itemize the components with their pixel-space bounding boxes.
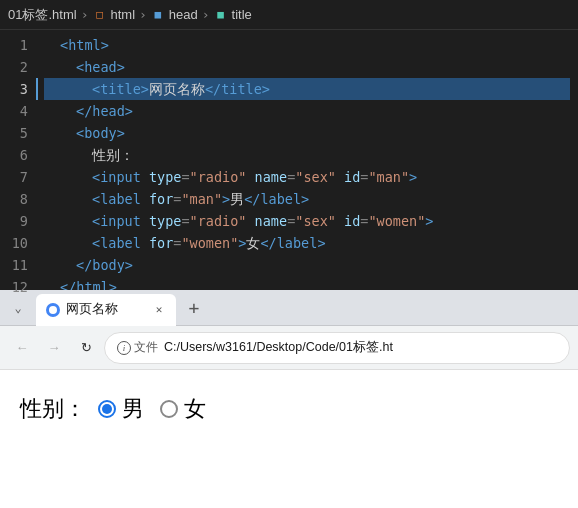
- browser-nav: ← → ↻ i 文件 C:/Users/w3161/Desktop/Code/0…: [0, 326, 578, 370]
- code-line-6: 性别：: [44, 144, 570, 166]
- breadcrumb-file[interactable]: 01标签.html: [8, 6, 77, 24]
- info-icon: i 文件: [117, 339, 158, 356]
- line-num-4: 4: [8, 100, 28, 122]
- breadcrumb: 01标签.html › □ html › ■ head › ■ title: [0, 0, 578, 30]
- breadcrumb-item-head[interactable]: ■ head: [151, 7, 198, 22]
- line-num-7: 7: [8, 166, 28, 188]
- code-line-4: </head>: [44, 100, 570, 122]
- back-button[interactable]: ←: [8, 334, 36, 362]
- breadcrumb-html-label: html: [110, 7, 135, 22]
- code-line-12: </html>: [44, 276, 570, 290]
- radio-item-man[interactable]: 男: [98, 394, 144, 424]
- gender-label: 性别：: [20, 394, 86, 424]
- code-line-5: <body>: [44, 122, 570, 144]
- radio-woman-button[interactable]: [160, 400, 178, 418]
- new-tab-button[interactable]: +: [180, 294, 208, 322]
- radio-man-button[interactable]: [98, 400, 116, 418]
- line-num-9: 9: [8, 210, 28, 232]
- code-line-3: <title>网页名称</title>: [44, 78, 570, 100]
- radio-man-label: 男: [122, 394, 144, 424]
- code-line-1: <html>: [44, 34, 570, 56]
- breadcrumb-item-title[interactable]: ■ title: [214, 7, 252, 22]
- radio-item-woman[interactable]: 女: [160, 394, 206, 424]
- page-form: 性别： 男 女: [20, 394, 558, 424]
- code-lines[interactable]: <html> <head> <title>网页名称</title> </head…: [36, 30, 578, 290]
- line-numbers: 1 2 3 4 5 6 7 8 9 10 11 12: [0, 30, 36, 290]
- info-circle: i: [117, 341, 131, 355]
- tab-close-button[interactable]: ✕: [150, 301, 168, 319]
- code-line-7: <input type="radio" name="sex" id="man">: [44, 166, 570, 188]
- line-num-2: 2: [8, 56, 28, 78]
- code-line-11: </body>: [44, 254, 570, 276]
- address-label: 文件: [134, 339, 158, 356]
- line-num-5: 5: [8, 122, 28, 144]
- tab-favicon-icon: [46, 303, 60, 317]
- browser-tabs: ⌄ 网页名称 ✕ +: [0, 290, 578, 326]
- line-num-8: 8: [8, 188, 28, 210]
- code-line-8: <label for="man">男</label>: [44, 188, 570, 210]
- address-bar[interactable]: i 文件 C:/Users/w3161/Desktop/Code/01标签.ht: [104, 332, 570, 364]
- code-line-10: <label for="women">女</label>: [44, 232, 570, 254]
- line-num-1: 1: [8, 34, 28, 56]
- address-url[interactable]: C:/Users/w3161/Desktop/Code/01标签.ht: [164, 339, 393, 356]
- tab-title: 网页名称: [66, 301, 144, 318]
- breadcrumb-sep-1: ›: [81, 7, 89, 22]
- line-num-10: 10: [8, 232, 28, 254]
- code-editor: 1 2 3 4 5 6 7 8 9 10 11 12 <html> <head>…: [0, 30, 578, 290]
- browser-content: 性别： 男 女 CSDN @wwangxu: [0, 370, 578, 508]
- browser-tab-active[interactable]: 网页名称 ✕: [36, 294, 176, 326]
- code-line-2: <head>: [44, 56, 570, 78]
- radio-group: 男 女: [98, 394, 206, 424]
- breadcrumb-sep-3: ›: [202, 7, 210, 22]
- reload-button[interactable]: ↻: [72, 334, 100, 362]
- html-icon: □: [92, 8, 106, 22]
- radio-woman-label: 女: [184, 394, 206, 424]
- breadcrumb-sep-2: ›: [139, 7, 147, 22]
- line-num-3: 3: [8, 78, 28, 100]
- line-num-6: 6: [8, 144, 28, 166]
- breadcrumb-title-label: title: [232, 7, 252, 22]
- title-icon: ■: [214, 8, 228, 22]
- breadcrumb-head-label: head: [169, 7, 198, 22]
- head-icon: ■: [151, 8, 165, 22]
- breadcrumb-item-html[interactable]: □ html: [92, 7, 135, 22]
- line-num-11: 11: [8, 254, 28, 276]
- forward-button[interactable]: →: [40, 334, 68, 362]
- tab-expand-button[interactable]: ⌄: [4, 294, 32, 322]
- code-line-9: <input type="radio" name="sex" id="women…: [44, 210, 570, 232]
